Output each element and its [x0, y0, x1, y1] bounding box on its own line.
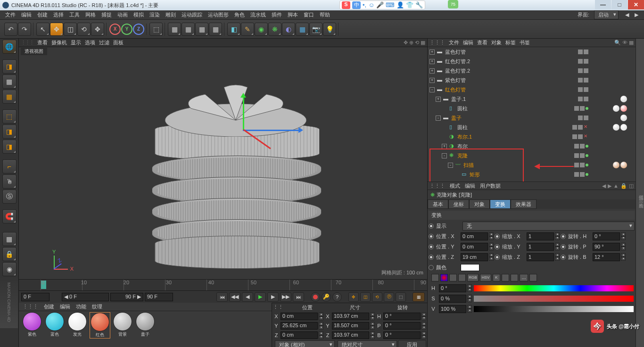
lock-z-button[interactable]: Z [133, 24, 144, 35]
start-frame-field[interactable]: 0 F [21, 293, 50, 301]
vp-rotate-icon[interactable]: ⟲ [415, 40, 419, 46]
field-radio[interactable] [561, 255, 566, 260]
expand-toggle[interactable]: - [448, 163, 453, 168]
om-tab-view[interactable]: 查看 [477, 39, 487, 46]
autokey-button[interactable]: 🔑 [322, 292, 331, 302]
menu-character[interactable]: 角色 [231, 11, 248, 18]
keyframe-sel-button[interactable]: ? [332, 292, 342, 302]
om-tab-edit[interactable]: 编辑 [463, 39, 473, 46]
menu-mograph[interactable]: 运动图形 [205, 11, 231, 18]
am-lock-icon[interactable]: 🔒 [620, 183, 627, 189]
color-more-button[interactable]: ... [520, 274, 528, 281]
close-button[interactable]: ✕ [628, 0, 644, 9]
polygon-mode-button[interactable]: ◨ [2, 140, 17, 154]
color-old-swatch[interactable] [431, 274, 439, 281]
last-tool[interactable]: ✥ [91, 23, 104, 36]
fcurve-button[interactable]: ▦ [413, 292, 425, 302]
prev-key-button[interactable]: ◀◀ [229, 292, 240, 302]
end-range-field[interactable]: 90 F ▶ [110, 293, 143, 301]
menu-simulate[interactable]: 模拟 [131, 11, 147, 18]
tree-row[interactable]: ◑布尔.1✕ [428, 132, 636, 141]
color-radio[interactable] [429, 265, 434, 270]
material-item[interactable]: 盖子 [135, 312, 156, 339]
vp-menu-display[interactable]: 显示 [71, 39, 81, 46]
spinner[interactable]: ▴▾ [467, 284, 472, 292]
menu-tracker[interactable]: 运动跟踪 [179, 11, 205, 18]
tree-row[interactable]: ▯圆柱✕ [428, 123, 636, 132]
add-deformer-button[interactable]: ◐ [282, 23, 295, 36]
tree-row[interactable]: +▬盖子.1 [428, 94, 636, 104]
add-light-button[interactable]: 💡 [323, 23, 336, 36]
ime-keyboard-icon[interactable]: ⌨ [386, 1, 395, 8]
om-search-icon[interactable]: 🔍 [614, 40, 621, 46]
field-radio[interactable] [561, 244, 566, 249]
point-mode-button[interactable]: ⬚ [2, 109, 17, 124]
live-select-tool[interactable]: ↖ [36, 23, 50, 36]
am-tab-coord[interactable]: 坐标 [448, 199, 469, 209]
add-environment-button[interactable]: ▦ [296, 23, 309, 36]
viewport-lock-button[interactable]: 🔒 [2, 247, 17, 261]
tree-row[interactable]: ⌒圆弧 [428, 179, 636, 182]
am-tab-object[interactable]: 对象 [469, 199, 490, 209]
menu-tools[interactable]: 工具 [66, 11, 83, 18]
expand-toggle[interactable]: + [429, 50, 435, 55]
tweak-mode-button[interactable]: 🖱 [2, 174, 17, 189]
menu-file[interactable]: 文件 [2, 11, 18, 18]
am-tab-effector[interactable]: 效果器 [511, 199, 537, 209]
om-tab-object[interactable]: 对象 [491, 39, 502, 46]
rot-field[interactable]: 0 ° [383, 331, 421, 339]
color-picture-icon[interactable] [458, 274, 466, 281]
color-box-icon[interactable] [502, 274, 509, 281]
menu-pipeline[interactable]: 流水线 [248, 11, 269, 18]
menu-help[interactable]: 帮助 [317, 11, 333, 18]
menu-sculpt[interactable]: 雕刻 [163, 11, 179, 18]
rot-field[interactable]: 0 ° [383, 313, 421, 320]
color-wheel-icon[interactable] [440, 274, 448, 281]
mat-tab-edit[interactable]: 编辑 [60, 303, 70, 310]
field-radio[interactable] [495, 244, 500, 249]
key-scale-button[interactable]: ◫ [360, 292, 371, 302]
rot-field[interactable]: 90 ° [593, 243, 620, 251]
material-item[interactable]: 背景 [112, 312, 133, 339]
timeline-ruler[interactable]: 0 10 20 30 40 50 60 70 80 90 [19, 279, 427, 290]
expand-toggle[interactable]: - [429, 87, 435, 92]
om-tab-file[interactable]: 文件 [449, 39, 459, 46]
color-swatches-icon[interactable] [511, 274, 518, 281]
rgb-button[interactable]: RGB [467, 274, 479, 281]
tree-row[interactable]: +▬红色灯管.2 [428, 57, 636, 66]
model-mode-button[interactable]: ◨ [2, 59, 17, 74]
layout-next-icon[interactable]: ▶ [632, 12, 641, 18]
tree-row[interactable]: +▬紫色灯管 [428, 75, 636, 85]
ime-mic-icon[interactable]: 🎤 [376, 1, 384, 8]
snap-button[interactable]: Ⓢ [2, 190, 17, 204]
menu-animate[interactable]: 动画 [115, 11, 131, 18]
expand-toggle[interactable]: + [429, 78, 435, 83]
menu-plugins[interactable]: 插件 [269, 11, 285, 18]
pos-field[interactable]: 0 cm [281, 331, 318, 339]
maximize-button[interactable]: □ [611, 0, 627, 9]
vp-toggle-icon[interactable]: ▦ [421, 40, 425, 46]
field-radio[interactable] [429, 255, 434, 260]
expand-toggle[interactable]: + [429, 59, 435, 64]
am-tab-userdata[interactable]: 用户数据 [480, 182, 501, 190]
val-field[interactable]: 100 % [439, 305, 466, 313]
editable-button[interactable]: 🌐 [2, 40, 17, 54]
axis-mode-button[interactable]: ⌐ [2, 159, 17, 174]
size-mode-dropdown[interactable]: 绝对尺寸 [338, 340, 397, 347]
om-tab-tags[interactable]: 标签 [505, 39, 516, 46]
menu-mesh[interactable]: 网格 [83, 11, 99, 18]
move-tool[interactable]: ✥ [50, 23, 63, 36]
sat-field[interactable]: 0 % [439, 295, 466, 303]
am-fwd-icon[interactable]: ▶ [608, 183, 611, 189]
add-spline-button[interactable]: ✎ [241, 23, 254, 36]
key-rot-button[interactable]: ⟲ [372, 292, 382, 302]
render-settings-button[interactable]: ▦ [209, 23, 222, 36]
am-back-icon[interactable]: ◀ [602, 183, 606, 189]
ime-lang-icon[interactable]: 中 [352, 1, 361, 9]
tree-row[interactable]: +◑布尔 [428, 141, 636, 151]
val-slider[interactable] [474, 306, 634, 312]
ime-skin-icon[interactable]: 👕 [406, 1, 413, 8]
lock-y-button[interactable]: Y [121, 24, 132, 35]
scale-field[interactable]: 1 [527, 253, 554, 261]
vp-menu-options[interactable]: 选项 [85, 39, 95, 46]
